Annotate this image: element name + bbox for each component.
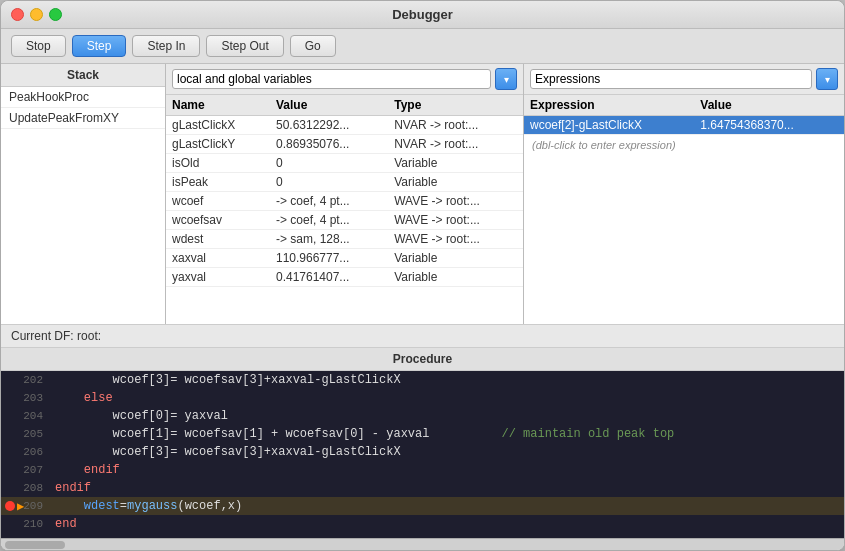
line-content: wcoef[1]= wcoefsav[1] + wcoefsav[0] - ya… bbox=[51, 427, 844, 441]
code-line: 210end bbox=[1, 515, 844, 533]
var-name: wdest bbox=[166, 230, 270, 249]
line-number-text: 210 bbox=[23, 518, 43, 530]
var-value: 110.966777... bbox=[270, 249, 388, 268]
var-value: -> sam, 128... bbox=[270, 230, 388, 249]
code-token bbox=[55, 391, 84, 405]
stack-item[interactable]: UpdatePeakFromXY bbox=[1, 108, 165, 129]
line-number-text: 202 bbox=[23, 374, 43, 386]
expr-value: 1.64754368370... bbox=[694, 116, 844, 135]
line-number-text: 209 bbox=[23, 500, 43, 512]
line-content: else bbox=[51, 391, 844, 405]
variable-row[interactable]: wdest -> sam, 128... WAVE -> root:... bbox=[166, 230, 523, 249]
line-number-text: 204 bbox=[23, 410, 43, 422]
var-type: Variable bbox=[388, 249, 523, 268]
stop-button[interactable]: Stop bbox=[11, 35, 66, 57]
line-number: 206 bbox=[1, 446, 51, 458]
maximize-button[interactable] bbox=[49, 8, 62, 21]
variable-row[interactable]: isOld 0 Variable bbox=[166, 154, 523, 173]
var-value: -> coef, 4 pt... bbox=[270, 192, 388, 211]
variable-row[interactable]: xaxval 110.966777... Variable bbox=[166, 249, 523, 268]
line-content: wcoef[0]= yaxval bbox=[51, 409, 844, 423]
variables-dropdown[interactable]: local and global variables bbox=[172, 69, 491, 89]
toolbar: Stop Step Step In Step Out Go bbox=[1, 29, 844, 64]
line-number: 210 bbox=[1, 518, 51, 530]
minimize-button[interactable] bbox=[30, 8, 43, 21]
code-line: 203 else bbox=[1, 389, 844, 407]
current-df-bar: Current DF: root: bbox=[1, 324, 844, 348]
stack-items[interactable]: PeakHookProcUpdatePeakFromXY bbox=[1, 87, 165, 324]
variable-row[interactable]: wcoefsav -> coef, 4 pt... WAVE -> root:.… bbox=[166, 211, 523, 230]
variable-row[interactable]: wcoef -> coef, 4 pt... WAVE -> root:... bbox=[166, 192, 523, 211]
code-token bbox=[55, 463, 84, 477]
breakpoint-indicator bbox=[5, 501, 15, 511]
variable-row[interactable]: isPeak 0 Variable bbox=[166, 173, 523, 192]
code-line: 202 wcoef[3]= wcoefsav[3]+xaxval-gLastCl… bbox=[1, 371, 844, 389]
code-line: 208endif bbox=[1, 479, 844, 497]
code-line: 205 wcoef[1]= wcoefsav[1] + wcoefsav[0] … bbox=[1, 425, 844, 443]
line-number: 208 bbox=[1, 482, 51, 494]
code-line: 207 endif bbox=[1, 461, 844, 479]
variable-row[interactable]: gLastClickY 0.86935076... NVAR -> root:.… bbox=[166, 135, 523, 154]
line-content: wcoef[3]= wcoefsav[3]+xaxval-gLastClickX bbox=[51, 373, 844, 387]
code-token: end bbox=[55, 517, 77, 531]
code-token: else bbox=[84, 391, 113, 405]
variables-dropdown-arrow[interactable]: ▾ bbox=[495, 68, 517, 90]
code-token: (wcoef,x) bbox=[177, 499, 242, 513]
main-content: Stack PeakHookProcUpdatePeakFromXY local… bbox=[1, 64, 844, 550]
stack-panel: Stack PeakHookProcUpdatePeakFromXY bbox=[1, 64, 166, 324]
var-type: NVAR -> root:... bbox=[388, 116, 523, 135]
expressions-dropdown-arrow[interactable]: ▾ bbox=[816, 68, 838, 90]
line-number-text: 205 bbox=[23, 428, 43, 440]
expr-expression: wcoef[2]-gLastClickX bbox=[524, 116, 694, 135]
line-number: 205 bbox=[1, 428, 51, 440]
variables-table[interactable]: Name Value Type gLastClickX 50.6312292..… bbox=[166, 95, 523, 324]
current-line-arrow: ▶ bbox=[17, 499, 24, 514]
current-df-value: root: bbox=[77, 329, 101, 343]
col-value: Value bbox=[270, 95, 388, 116]
code-token: wcoef[1]= wcoefsav[1] + wcoefsav[0] - ya… bbox=[55, 427, 501, 441]
line-number-text: 207 bbox=[23, 464, 43, 476]
variable-row[interactable]: yaxval 0.41761407... Variable bbox=[166, 268, 523, 287]
var-value: 0 bbox=[270, 173, 388, 192]
var-value: 50.6312292... bbox=[270, 116, 388, 135]
go-button[interactable]: Go bbox=[290, 35, 336, 57]
expressions-panel: Expressions ▾ Expression Value w bbox=[524, 64, 844, 324]
var-name: gLastClickY bbox=[166, 135, 270, 154]
expression-hint[interactable]: (dbl-click to enter expression) bbox=[524, 135, 844, 155]
scrollbar-thumb[interactable] bbox=[5, 541, 65, 549]
variables-header: local and global variables ▾ bbox=[166, 64, 523, 95]
line-content: wcoef[3]= wcoefsav[3]+xaxval-gLastClickX bbox=[51, 445, 844, 459]
stack-header: Stack bbox=[1, 64, 165, 87]
var-name: isOld bbox=[166, 154, 270, 173]
var-value: 0.86935076... bbox=[270, 135, 388, 154]
var-type: Variable bbox=[388, 154, 523, 173]
code-line: 206 wcoef[3]= wcoefsav[3]+xaxval-gLastCl… bbox=[1, 443, 844, 461]
expr-col-expression: Expression bbox=[524, 95, 694, 116]
step-button[interactable]: Step bbox=[72, 35, 127, 57]
var-type: NVAR -> root:... bbox=[388, 135, 523, 154]
code-token: endif bbox=[84, 463, 120, 477]
expressions-dropdown[interactable]: Expressions bbox=[530, 69, 812, 89]
var-name: yaxval bbox=[166, 268, 270, 287]
var-type: Variable bbox=[388, 268, 523, 287]
line-number-text: 203 bbox=[23, 392, 43, 404]
code-token: wcoef[3]= wcoefsav[3]+xaxval-gLastClickX bbox=[55, 445, 401, 459]
var-type: WAVE -> root:... bbox=[388, 192, 523, 211]
stack-item[interactable]: PeakHookProc bbox=[1, 87, 165, 108]
code-token: wdest bbox=[84, 499, 120, 513]
expression-row[interactable]: wcoef[2]-gLastClickX 1.64754368370... bbox=[524, 116, 844, 135]
code-area[interactable]: 202 wcoef[3]= wcoefsav[3]+xaxval-gLastCl… bbox=[1, 371, 844, 538]
step-in-button[interactable]: Step In bbox=[132, 35, 200, 57]
step-out-button[interactable]: Step Out bbox=[206, 35, 283, 57]
var-name: xaxval bbox=[166, 249, 270, 268]
horizontal-scrollbar[interactable] bbox=[1, 538, 844, 550]
line-content: wdest=mygauss(wcoef,x) bbox=[51, 499, 844, 513]
variable-row[interactable]: gLastClickX 50.6312292... NVAR -> root:.… bbox=[166, 116, 523, 135]
var-type: WAVE -> root:... bbox=[388, 211, 523, 230]
close-button[interactable] bbox=[11, 8, 24, 21]
var-name: wcoefsav bbox=[166, 211, 270, 230]
line-number: 204 bbox=[1, 410, 51, 422]
expr-col-value: Value bbox=[694, 95, 844, 116]
expressions-table[interactable]: Expression Value wcoef[2]-gLastClickX 1.… bbox=[524, 95, 844, 324]
code-token: mygauss bbox=[127, 499, 177, 513]
